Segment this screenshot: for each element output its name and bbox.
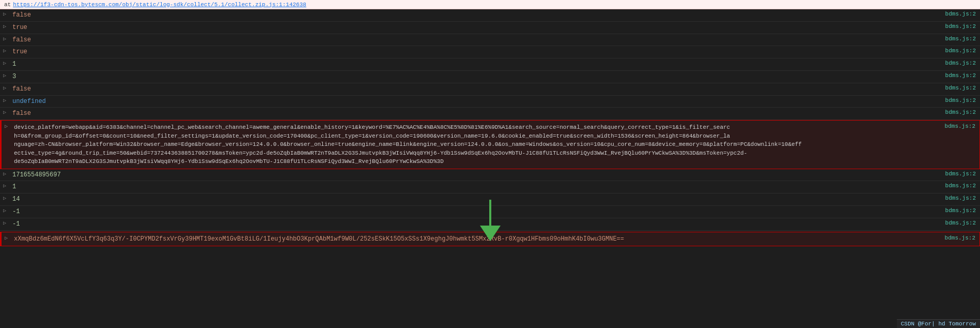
log-row-row-true-1: ▷truebdms.js:2 xyxy=(0,22,980,34)
expand-icon-row-true-1[interactable]: ▷ xyxy=(3,22,10,29)
value-row-false-2: false xyxy=(12,35,945,46)
source-row-true-2[interactable]: bdms.js:2 xyxy=(945,47,980,54)
source-row-1716554895697[interactable]: bdms.js:2 xyxy=(945,170,980,177)
value-row-1-2: 1 xyxy=(12,182,945,192)
log-row-row-14: ▷14bdms.js:2 xyxy=(0,193,980,206)
value-row-14: 14 xyxy=(12,194,945,205)
value-row-undefined: undefined xyxy=(12,96,945,107)
expand-icon-row-false-1[interactable]: ▷ xyxy=(3,10,10,17)
source-row-undefined[interactable]: bdms.js:2 xyxy=(945,96,980,103)
expand-icon-row-1716554895697[interactable]: ▷ xyxy=(3,170,10,177)
value-row-1716554895697: 1716554895697 xyxy=(12,170,945,181)
source-row-neg1-1[interactable]: bdms.js:2 xyxy=(945,206,980,214)
middle-rows-container: ▷1716554895697bdms.js:2▷1bdms.js:2▷14bdm… xyxy=(0,169,980,231)
log-row-row-false-3: ▷falsebdms.js:2 xyxy=(0,83,980,96)
expand-icon-row-neg1-1[interactable]: ▷ xyxy=(3,206,10,214)
value-row-false-1: false xyxy=(12,10,945,21)
value-row-true-1: true xyxy=(12,22,945,33)
value-row-false-3: false xyxy=(12,84,945,95)
log-row-row-undefined: ▷undefinedbdms.js:2 xyxy=(0,96,980,108)
expand-icon-object[interactable]: ▷ xyxy=(5,122,12,129)
expand-icon-row-undefined[interactable]: ▷ xyxy=(3,96,10,103)
source-row-false-2[interactable]: bdms.js:2 xyxy=(945,35,980,42)
source-link-base64[interactable]: bdms.js:2 xyxy=(945,234,979,241)
bottom-highlighted-row: ▷ xXmqBdz6mEdN6f6X5VcLfY3q63q3Y/-I0CPYMD… xyxy=(0,232,980,247)
object-value: device_platform=webapp&aid=6383&channel=… xyxy=(14,122,945,167)
expand-icon-row-14[interactable]: ▷ xyxy=(3,194,10,201)
log-row-row-neg1-1: ▷-1bdms.js:2 xyxy=(0,206,980,218)
expand-icon-row-false-3[interactable]: ▷ xyxy=(3,84,10,91)
log-row-row-3: ▷3bdms.js:2 xyxy=(0,71,980,83)
expand-icon-row-neg1-2[interactable]: ▷ xyxy=(3,219,10,226)
value-row-true-2: true xyxy=(12,47,945,57)
log-row-row-1-2: ▷1bdms.js:2 xyxy=(0,181,980,193)
value-row-neg1-1: -1 xyxy=(12,206,945,217)
watermark-text: CSDN @For| hd Tomorrow xyxy=(901,321,976,327)
header-link[interactable]: https://1f3-cdn-tos.bytescm.com/obj/stat… xyxy=(13,2,306,8)
expand-icon-row-1[interactable]: ▷ xyxy=(3,59,10,66)
value-row-false-4: false xyxy=(12,108,945,119)
value-row-neg1-2: -1 xyxy=(12,219,945,230)
source-row-3[interactable]: bdms.js:2 xyxy=(945,71,980,79)
bottom-bar: CSDN @For| hd Tomorrow xyxy=(897,319,980,328)
expand-icon-row-false-4[interactable]: ▷ xyxy=(3,108,10,115)
expand-icon-row-3[interactable]: ▷ xyxy=(3,71,10,79)
source-row-14[interactable]: bdms.js:2 xyxy=(945,194,980,201)
header-line: at https://1f3-cdn-tos.bytescm.com/obj/s… xyxy=(0,0,980,9)
log-row-row-false-2: ▷falsebdms.js:2 xyxy=(0,34,980,47)
log-row-row-false-4: ▷falsebdms.js:2 xyxy=(0,108,980,120)
source-row-false-4[interactable]: bdms.js:2 xyxy=(945,108,980,115)
log-row-row-1: ▷1bdms.js:2 xyxy=(0,58,980,71)
header-prefix: at xyxy=(4,2,11,8)
value-row-1: 1 xyxy=(12,59,945,70)
source-link-object[interactable]: bdms.js:2 xyxy=(945,122,979,129)
rows-container: ▷falsebdms.js:2▷truebdms.js:2▷falsebdms.… xyxy=(0,9,980,120)
source-row-false-1[interactable]: bdms.js:2 xyxy=(945,10,980,17)
source-row-neg1-2[interactable]: bdms.js:2 xyxy=(945,219,980,226)
console-container: at https://1f3-cdn-tos.bytescm.com/obj/s… xyxy=(0,0,980,328)
value-row-3: 3 xyxy=(12,71,945,82)
log-row-row-true-2: ▷truebdms.js:2 xyxy=(0,46,980,58)
base64-value: xXmqBdz6mEdN6f6X5VcLfY3q63q3Y/-I0CPYMD2f… xyxy=(14,234,945,245)
log-row-row-false-1: ▷falsebdms.js:2 xyxy=(0,9,980,22)
expand-icon-base64[interactable]: ▷ xyxy=(5,234,12,241)
log-row-row-neg1-2: ▷-1bdms.js:2 xyxy=(0,218,980,231)
source-row-false-3[interactable]: bdms.js:2 xyxy=(945,84,980,91)
log-row-row-1716554895697: ▷1716554895697bdms.js:2 xyxy=(0,169,980,182)
source-row-true-1[interactable]: bdms.js:2 xyxy=(945,22,980,29)
expand-icon-row-1-2[interactable]: ▷ xyxy=(3,182,10,189)
expand-icon-row-false-2[interactable]: ▷ xyxy=(3,35,10,42)
highlighted-object-row: ▷ device_platform=webapp&aid=6383&channe… xyxy=(0,120,980,169)
source-row-1[interactable]: bdms.js:2 xyxy=(945,59,980,66)
source-row-1-2[interactable]: bdms.js:2 xyxy=(945,182,980,189)
expand-icon-row-true-2[interactable]: ▷ xyxy=(3,47,10,54)
